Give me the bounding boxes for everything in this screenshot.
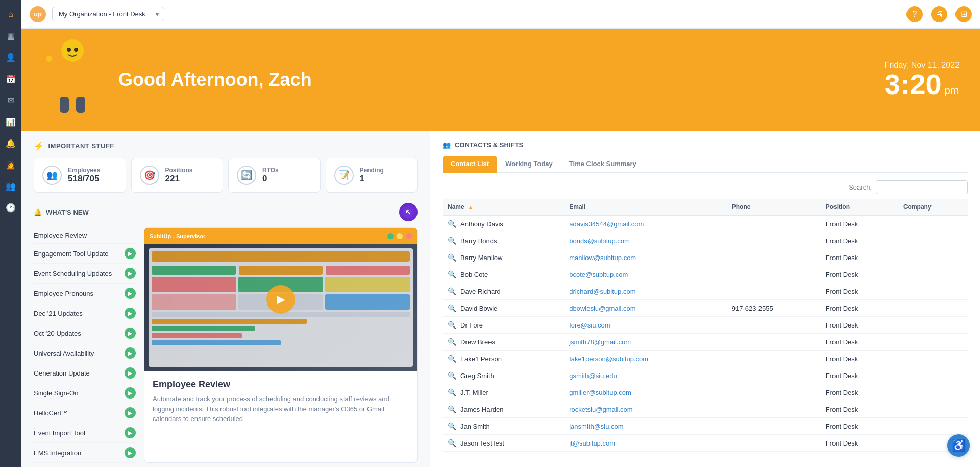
- table-row[interactable]: 🔍 David Bowie dbowiesiu@gmail.com 917-62…: [443, 300, 968, 317]
- contact-name-cell: 🔍 Dr Fore: [443, 317, 564, 334]
- contact-email-link[interactable]: gsmith@siu.edu: [569, 372, 617, 380]
- news-item-oct-20[interactable]: Oct '20 Updates ▶: [34, 323, 136, 343]
- hero-character: [42, 46, 108, 113]
- contact-email-link[interactable]: jansmith@siu.com: [569, 423, 623, 430]
- table-row[interactable]: 🔍 Dr Fore fore@siu.com Front Desk: [443, 317, 968, 334]
- table-row[interactable]: 🔍 Dave Richard drichard@subitup.com Fron…: [443, 283, 968, 300]
- contact-email-link[interactable]: fake1person@subitup.com: [569, 355, 648, 363]
- column-header-name[interactable]: Name ▲: [443, 199, 564, 215]
- fake-header: [152, 251, 410, 262]
- table-row[interactable]: 🔍 Drew Brees jsmith78@gmail.com Front De…: [443, 334, 968, 351]
- stat-card-positions[interactable]: 🎯 Positions 221: [131, 158, 224, 193]
- table-row[interactable]: 🔍 Fake1 Person fake1person@subitup.com F…: [443, 351, 968, 367]
- sidebar-icon-people[interactable]: 👥: [2, 177, 20, 195]
- news-list: Employee Review Engagement Tool Update ▶…: [34, 227, 136, 463]
- contact-table-head: Name ▲ Email Phone Positio: [443, 199, 968, 215]
- help-icon[interactable]: ?: [906, 6, 923, 22]
- news-item-event-scheduling[interactable]: Event Scheduling Updates ▶: [34, 264, 136, 284]
- contact-position-cell: Front Desk: [821, 266, 898, 283]
- table-row[interactable]: 🔍 Barry Manilow manilow@subitup.com Fron…: [443, 249, 968, 266]
- tab-working-today[interactable]: Working Today: [497, 156, 561, 173]
- contact-email-link[interactable]: drichard@subitup.com: [569, 288, 635, 295]
- contact-email-link[interactable]: adavis34544@gmail.com: [569, 220, 644, 228]
- contact-email-link[interactable]: jt@subitup.com: [569, 439, 615, 447]
- contact-email-link[interactable]: dbowiesiu@gmail.com: [569, 305, 635, 312]
- search-input[interactable]: [876, 180, 968, 194]
- positions-icon: 🎯: [140, 166, 159, 185]
- column-header-phone[interactable]: Phone: [727, 199, 821, 215]
- sidebar-icon-home[interactable]: ⌂: [2, 5, 20, 24]
- stat-card-rtos[interactable]: 🔄 RTOs 0: [228, 158, 321, 193]
- news-item-employee-review[interactable]: Employee Review: [34, 227, 136, 244]
- contact-company-cell: [898, 367, 968, 384]
- contact-phone-cell: [727, 249, 821, 266]
- svg-point-8: [46, 56, 52, 62]
- table-row[interactable]: 🔍 Jan Smith jansmith@siu.com Front Desk: [443, 418, 968, 435]
- sidebar-icon-bell[interactable]: 🔔: [2, 134, 20, 152]
- tab-time-clock-summary[interactable]: Time Clock Summary: [561, 156, 645, 173]
- news-item-event-import[interactable]: Event Import Tool ▶: [34, 423, 136, 443]
- news-item-engagement-tool[interactable]: Engagement Tool Update ▶: [34, 244, 136, 264]
- sidebar-icon-users[interactable]: 👤: [2, 48, 20, 66]
- contact-name: Barry Manilow: [460, 254, 502, 262]
- news-item-generation-update[interactable]: Generation Update ▶: [34, 363, 136, 383]
- contact-email-link[interactable]: bonds@subitup.com: [569, 237, 630, 245]
- fake-bar-2: [239, 266, 323, 275]
- news-item-hellocert[interactable]: HelloCert™ ▶: [34, 403, 136, 423]
- sidebar-icon-person-add[interactable]: 🙍: [2, 155, 20, 174]
- contact-email-link[interactable]: jsmith78@gmail.com: [569, 338, 631, 346]
- sidebar-icon-mail[interactable]: ✉: [2, 91, 20, 109]
- table-row[interactable]: 🔍 Jason TestTest jt@subitup.com Front De…: [443, 435, 968, 452]
- stat-card-employees[interactable]: 👥 Employees 518/705: [34, 158, 126, 193]
- org-selector-wrapper: My Organization - Front Desk ▼: [52, 7, 164, 21]
- svg-point-7: [74, 48, 78, 52]
- contact-name: Fake1 Person: [460, 355, 502, 363]
- news-item-employee-pronouns[interactable]: Employee Pronouns ▶: [34, 284, 136, 303]
- contact-name: Bob Cote: [460, 271, 488, 278]
- contact-email-link[interactable]: bcote@subitup.com: [569, 271, 628, 278]
- topbar: up My Organization - Front Desk ▼ ? 🖨 ⊞: [21, 0, 980, 29]
- sidebar-icon-chart[interactable]: 📊: [2, 112, 20, 131]
- contact-position-cell: Front Desk: [821, 300, 898, 317]
- table-row[interactable]: 🔍 Bob Cote bcote@subitup.com Front Desk: [443, 266, 968, 283]
- tab-contact-list[interactable]: Contact List: [443, 156, 497, 173]
- contact-email-link[interactable]: fore@siu.com: [569, 321, 610, 329]
- grid-icon[interactable]: ⊞: [955, 6, 972, 22]
- contact-position-cell: Front Desk: [821, 401, 898, 418]
- contact-email-link[interactable]: rocketsiu@gmail.com: [569, 406, 632, 413]
- sidebar-icon-clock[interactable]: 🕐: [2, 198, 20, 217]
- column-header-email[interactable]: Email: [564, 199, 727, 215]
- accessibility-button[interactable]: ♿: [947, 434, 970, 457]
- employees-label: Employees: [68, 167, 100, 174]
- contact-phone-cell: [727, 266, 821, 283]
- contact-name: Barry Bonds: [460, 237, 497, 245]
- sidebar-icon-calendar[interactable]: 📅: [2, 69, 20, 88]
- column-header-company[interactable]: Company: [898, 199, 968, 215]
- contact-email-link[interactable]: gmiller@subitup.com: [569, 389, 631, 396]
- news-featured-content: SubItUp - Supervisor: [144, 227, 418, 463]
- table-row[interactable]: 🔍 James Harden rocketsiu@gmail.com Front…: [443, 401, 968, 418]
- table-row[interactable]: 🔍 Barry Bonds bonds@subitup.com Front De…: [443, 232, 968, 249]
- sidebar: ⌂ ▦ 👤 📅 ✉ 📊 🔔 🙍 👥 🕐: [0, 0, 21, 467]
- news-item-ems-integration[interactable]: EMS Integration ▶: [34, 443, 136, 463]
- contact-email-link[interactable]: manilow@subitup.com: [569, 254, 636, 262]
- org-selector[interactable]: My Organization - Front Desk: [52, 7, 164, 21]
- contact-search-icon: 🔍: [448, 304, 456, 312]
- news-item-dec-21[interactable]: Dec '21 Updates ▶: [34, 303, 136, 323]
- stat-card-pending[interactable]: 📝 Pending 1: [326, 158, 418, 193]
- sidebar-icon-dashboard[interactable]: ▦: [2, 27, 20, 45]
- contact-name-cell: 🔍 Bob Cote: [443, 266, 564, 283]
- contact-search-icon: 🔍: [448, 253, 456, 262]
- contact-phone-cell: [727, 283, 821, 300]
- column-header-position[interactable]: Position: [821, 199, 898, 215]
- table-row[interactable]: 🔍 Greg Smith gsmith@siu.edu Front Desk: [443, 367, 968, 384]
- news-item-universal-availability[interactable]: Universal Availability ▶: [34, 343, 136, 363]
- news-item-single-sign-on[interactable]: Single Sign-On ▶: [34, 383, 136, 403]
- employees-value: 518/705: [68, 174, 100, 184]
- table-row[interactable]: 🔍 Anthony Davis adavis34544@gmail.com Fr…: [443, 215, 968, 232]
- video-play-button[interactable]: ▶: [266, 285, 295, 314]
- contact-company-cell: [898, 418, 968, 435]
- print-icon[interactable]: 🖨: [931, 6, 947, 22]
- table-row[interactable]: 🔍 J.T. Miller gmiller@subitup.com Front …: [443, 384, 968, 401]
- fake-row-blue: [152, 340, 281, 345]
